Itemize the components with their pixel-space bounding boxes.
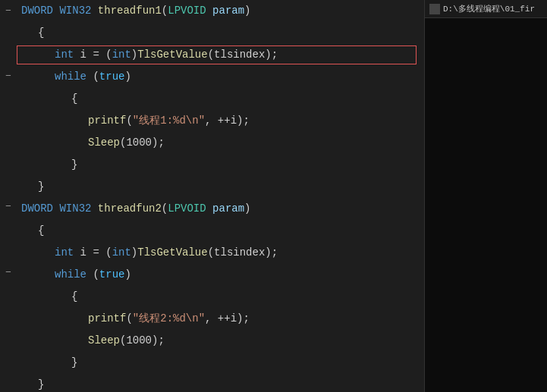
token: , ++i); [205,308,250,330]
console-icon [429,4,440,14]
token: (tlsindex); [208,44,278,66]
code-line: } [21,352,424,374]
token: ( [162,198,168,220]
code-line: Sleep(1000); [21,132,424,154]
gutter-cell: − [0,262,17,284]
token: TlsGetValue [137,44,207,66]
token: ( [93,66,99,88]
console-titlebar: D:\多线程编程\01_fir [425,0,547,18]
token: (1000); [120,132,165,154]
gutter-cell [0,370,17,392]
code-line: } [21,154,424,176]
gutter-cell [0,87,17,109]
token: ( [93,264,99,286]
code-line: DWORD WIN32 threadfun2(LPVOID param) [21,198,424,220]
code-line: { [21,220,424,242]
token: LPVOID [168,198,212,220]
token: "线程2:%d\n" [133,308,205,330]
token: } [71,154,77,176]
token: Sleep [88,132,120,154]
code-content: DWORD WIN32 threadfun1(LPVOID param){int… [17,0,424,392]
token: threadfun1 [98,0,162,22]
gutter-cell [0,305,17,327]
line-gutter: −−−− [0,0,17,392]
token: { [71,88,77,110]
token: ( [162,0,168,22]
code-line: { [21,88,424,110]
gutter-cell [0,174,17,196]
gutter-cell: − [0,65,17,87]
code-line: printf("线程1:%d\n", ++i); [21,110,424,132]
token: ) [131,44,137,66]
token: (1000); [120,330,165,352]
token: "线程1:%d\n" [133,110,205,132]
token: ) [244,0,250,22]
token: int [55,242,80,264]
code-line: while (true) [21,264,424,286]
code-line: Sleep(1000); [21,330,424,352]
token: i = ( [80,44,112,66]
token: } [71,352,77,374]
token: { [38,22,44,44]
gutter-cell [0,284,17,306]
gutter-cell [0,44,17,66]
token: WIN32 [59,198,97,220]
code-line: printf("线程2:%d\n", ++i); [21,308,424,330]
gutter-cell: − [0,196,17,218]
token: DWORD [21,198,59,220]
token: param [212,198,244,220]
token: } [38,176,44,198]
gutter-cell: − [0,0,17,22]
token: i = ( [80,242,112,264]
token: true [99,264,125,286]
token: TlsGetValue [137,242,207,264]
token: WIN32 [59,0,97,22]
token: LPVOID [168,0,212,22]
token: (tlsindex); [208,242,278,264]
token: threadfun2 [98,198,162,220]
token: int [55,44,80,66]
code-line: } [21,176,424,198]
gutter-cell [0,131,17,153]
code-line: DWORD WIN32 threadfun1(LPVOID param) [21,0,424,22]
code-line: while (true) [21,66,424,88]
code-line: { [21,22,424,44]
gutter-cell [0,109,17,131]
token: printf [88,308,126,330]
token: ) [124,264,130,286]
code-line: { [21,286,424,308]
token: , ++i); [205,110,250,132]
code-line: int i = (int)TlsGetValue(tlsindex); [21,44,424,66]
token: printf [88,110,126,132]
console-panel: D:\多线程编程\01_fir [425,0,547,392]
token: { [71,286,77,308]
gutter-cell [0,240,17,262]
token: while [55,264,93,286]
code-line: } [21,374,424,392]
token: ) [131,242,137,264]
token: true [99,66,125,88]
token: ( [126,110,132,132]
token: int [112,44,131,66]
gutter-cell [0,218,17,240]
token: DWORD [21,0,59,22]
token: ( [126,308,132,330]
gutter-cell [0,22,17,44]
gutter-cell [0,349,17,371]
token: ) [244,198,250,220]
console-title: D:\多线程编程\01_fir [443,2,535,17]
token: param [212,0,244,22]
token: while [55,66,93,88]
token: } [38,374,44,392]
token: { [38,220,44,242]
gutter-cell [0,327,17,349]
code-editor[interactable]: −−−− DWORD WIN32 threadfun1(LPVOID param… [0,0,425,392]
code-line: int i = (int)TlsGetValue(tlsindex); [21,242,424,264]
token: Sleep [88,330,120,352]
gutter-cell [0,152,17,174]
token: ) [124,66,130,88]
console-output [425,18,547,392]
token: int [112,242,131,264]
